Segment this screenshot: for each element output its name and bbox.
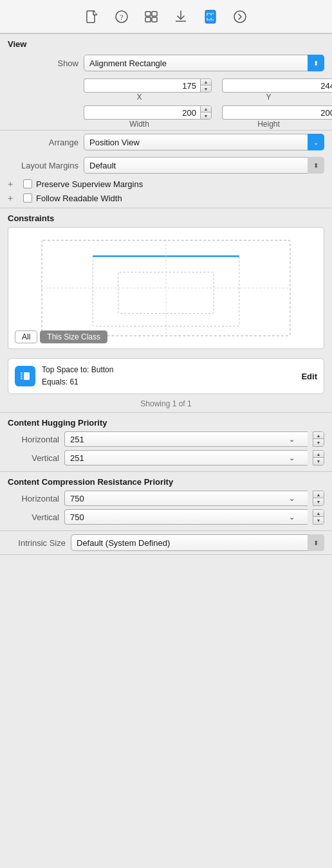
- xy-section: ▲ ▼ ▲ ▼ X Y ▲ ▼ ▲: [0, 75, 332, 130]
- hugging-horizontal-select-wrapper: 251 ⌄: [64, 431, 308, 447]
- arrange-row: Arrange Position View ⌄: [0, 131, 332, 154]
- content-compression-title: Content Compression Resistance Priority: [8, 477, 324, 487]
- hugging-vertical-increment-button[interactable]: ▲: [313, 451, 324, 458]
- compression-horizontal-select[interactable]: 750: [64, 491, 308, 506]
- width-decrement-button[interactable]: ▼: [201, 113, 211, 119]
- xy-labels-row: X Y: [8, 93, 324, 102]
- y-input[interactable]: [222, 78, 332, 93]
- show-label: Show: [8, 59, 78, 68]
- arrange-label: Arrange: [8, 138, 78, 147]
- ruler-icon[interactable]: [203, 10, 217, 24]
- hugging-vertical-select-wrapper: 251 ⌄: [64, 450, 308, 466]
- follow-readable-checkbox[interactable]: [23, 194, 32, 203]
- content-hugging-section: Content Hugging Priority Horizontal 251 …: [0, 413, 332, 471]
- hugging-vertical-select[interactable]: 251: [64, 450, 308, 466]
- all-button[interactable]: All: [15, 330, 37, 343]
- constraints-title: Constraints: [8, 213, 324, 223]
- x-increment-button[interactable]: ▲: [201, 79, 211, 86]
- hugging-horizontal-decrement-button[interactable]: ▼: [313, 439, 324, 446]
- view-section-title: View: [0, 34, 332, 51]
- constraint-item: Top Space to: Button Equals: 61 Edit: [8, 358, 324, 394]
- compression-horizontal-decrement-button[interactable]: ▼: [313, 498, 324, 505]
- svg-rect-28: [24, 372, 30, 380]
- intrinsic-size-row: Intrinsic Size Default (System Defined) …: [0, 531, 332, 554]
- wh-inputs-row: ▲ ▼ ▲ ▼: [8, 105, 324, 120]
- layout-margins-row: Layout Margins Default ⬍: [0, 154, 332, 177]
- show-select-wrapper: Alignment Rectangle Frame Rectangle ⬍: [84, 55, 324, 71]
- height-input-group: ▲ ▼: [222, 105, 332, 120]
- preserve-superview-checkbox[interactable]: [23, 179, 32, 188]
- x-decrement-button[interactable]: ▼: [201, 86, 211, 92]
- width-input-group: ▲ ▼: [84, 105, 212, 120]
- help-icon[interactable]: ?: [115, 10, 129, 24]
- svg-rect-7: [205, 10, 216, 23]
- compression-horizontal-increment-button[interactable]: ▲: [313, 491, 324, 498]
- xy-inputs-row: ▲ ▼ ▲ ▼: [8, 78, 324, 93]
- layout-margins-select-wrapper: Default ⬍: [84, 157, 324, 174]
- compression-horizontal-row: Horizontal 750 ⌄ ▲ ▼: [8, 491, 324, 506]
- edit-button[interactable]: Edit: [301, 372, 317, 381]
- width-increment-button[interactable]: ▲: [201, 106, 211, 113]
- arrow-right-icon[interactable]: [233, 10, 247, 24]
- download-icon[interactable]: [174, 10, 188, 24]
- constraint-buttons: All This Size Class: [15, 330, 107, 343]
- follow-readable-row: + Follow Readable Width: [0, 191, 332, 205]
- width-input[interactable]: [84, 105, 200, 120]
- hugging-vertical-decrement-button[interactable]: ▼: [313, 458, 324, 465]
- wh-labels-row: Width Height: [8, 120, 324, 129]
- top-space-label: Top Space to:: [42, 365, 89, 374]
- width-stepper: ▲ ▼: [200, 105, 212, 120]
- compression-vertical-increment-button[interactable]: ▲: [313, 510, 324, 517]
- arrange-select-wrapper: Position View ⌄: [84, 134, 324, 150]
- svg-text:?: ?: [120, 12, 124, 22]
- content-compression-section: Content Compression Resistance Priority …: [0, 472, 332, 530]
- height-axis-label: Height: [213, 120, 324, 129]
- x-stepper: ▲ ▼: [200, 78, 212, 93]
- show-select[interactable]: Alignment Rectangle Frame Rectangle: [84, 55, 324, 71]
- x-input[interactable]: [84, 78, 200, 93]
- compression-vertical-decrement-button[interactable]: ▼: [313, 517, 324, 524]
- hugging-horizontal-increment-button[interactable]: ▲: [313, 432, 324, 439]
- hugging-horizontal-select[interactable]: 251: [64, 431, 308, 447]
- show-row: Show Alignment Rectangle Frame Rectangle…: [0, 51, 332, 75]
- svg-rect-19: [118, 272, 214, 313]
- constraints-canvas: All This Size Class: [8, 227, 324, 349]
- compression-vertical-select[interactable]: 750: [64, 509, 308, 525]
- compression-horizontal-label: Horizontal: [8, 494, 59, 503]
- height-input[interactable]: [222, 105, 332, 120]
- compression-horizontal-stepper: ▲ ▼: [313, 491, 324, 506]
- svg-rect-6: [152, 17, 157, 22]
- arrange-select[interactable]: Position View: [84, 134, 324, 150]
- intrinsic-size-select-wrapper: Default (System Defined) ⬍: [71, 534, 324, 551]
- compression-vertical-stepper: ▲ ▼: [313, 509, 324, 525]
- layout-margins-select[interactable]: Default: [84, 157, 324, 174]
- preserve-superview-row: + Preserve Superview Margins: [0, 177, 332, 191]
- follow-plus-icon: +: [8, 193, 18, 203]
- constraint-icon: [15, 366, 35, 386]
- equals-label: Equals:: [42, 377, 68, 386]
- this-size-class-button[interactable]: This Size Class: [40, 330, 107, 343]
- hugging-horizontal-stepper: ▲ ▼: [313, 431, 324, 447]
- follow-readable-label: Follow Readable Width: [36, 194, 122, 203]
- layout-margins-label: Layout Margins: [8, 161, 78, 170]
- intrinsic-size-select[interactable]: Default (System Defined): [71, 534, 324, 551]
- file-icon[interactable]: [85, 10, 99, 24]
- compression-vertical-label: Vertical: [8, 512, 59, 522]
- grid-icon[interactable]: [144, 10, 158, 24]
- constraint-text: Top Space to: Button Equals: 61: [42, 364, 295, 388]
- svg-rect-3: [145, 12, 151, 16]
- hugging-horizontal-label: Horizontal: [8, 435, 59, 444]
- x-input-group: ▲ ▼: [84, 78, 212, 93]
- showing-text: Showing 1 of 1: [0, 398, 332, 412]
- preserve-plus-icon: +: [8, 179, 18, 189]
- toolbar: ?: [0, 0, 332, 33]
- content-hugging-title: Content Hugging Priority: [8, 418, 324, 428]
- compression-horizontal-select-wrapper: 750 ⌄: [64, 491, 308, 506]
- y-axis-label: Y: [213, 93, 324, 102]
- svg-point-16: [234, 11, 246, 23]
- y-input-group: ▲ ▼: [222, 78, 332, 93]
- top-space-button-value: Button: [91, 365, 114, 374]
- compression-vertical-select-wrapper: 750 ⌄: [64, 509, 308, 525]
- width-axis-label: Width: [84, 120, 195, 129]
- x-axis-label: X: [84, 93, 195, 102]
